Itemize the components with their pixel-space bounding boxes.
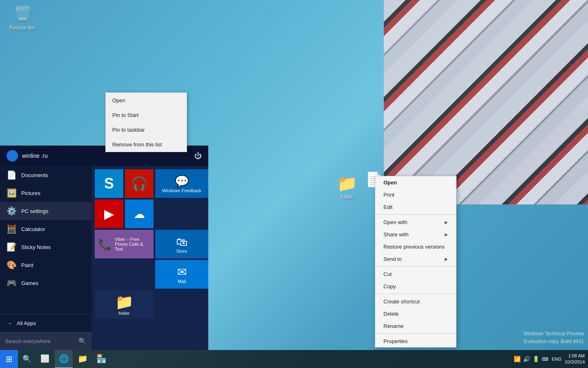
- username: winline .ru: [22, 153, 48, 159]
- recycle-bin-icon[interactable]: 🗑️ Recycle Bin: [8, 4, 37, 31]
- context-properties[interactable]: Properties: [375, 335, 456, 347]
- context-create-shortcut-label: Create shortcut: [383, 298, 420, 305]
- context-divider-1: [375, 214, 456, 215]
- settings-icon: ⚙️: [7, 206, 16, 216]
- games-label: Games: [21, 280, 38, 286]
- all-apps-label: All Apps: [17, 320, 36, 326]
- context-create-shortcut[interactable]: Create shortcut: [375, 295, 456, 307]
- context-rename-label: Rename: [383, 323, 403, 329]
- context-delete[interactable]: Delete: [375, 307, 456, 320]
- folder-tile-label: folder: [118, 311, 130, 316]
- keyboard-icon: ⌨: [542, 357, 548, 362]
- paint-icon: 🎨: [7, 260, 16, 270]
- sidebar-item-calculator[interactable]: 🧮 Calculator: [0, 220, 91, 238]
- start-search-bar[interactable]: 🔍: [0, 332, 91, 350]
- taskbar-explorer[interactable]: 📁: [74, 350, 91, 368]
- start-menu: 👤 winline .ru ⏻ 📄 Documents 🖼️ Pictures …: [0, 146, 208, 350]
- sidebar-item-pictures[interactable]: 🖼️ Pictures: [0, 184, 91, 202]
- search-input[interactable]: [5, 338, 78, 344]
- folder-label: folder: [341, 194, 353, 200]
- submenu-pin-to-taskbar[interactable]: Pin to taskbar: [106, 122, 187, 137]
- mail-label: Mail: [178, 279, 186, 284]
- start-app-list: 📄 Documents 🖼️ Pictures ⚙️ PC settings 🧮…: [0, 166, 91, 314]
- context-restore-label: Restore previous versions: [383, 244, 445, 250]
- folder-tile-icon: 📁: [115, 294, 134, 311]
- file-context-menu: Open Print Edit Open with ▶ Share with ▶…: [375, 176, 457, 348]
- context-divider-4: [375, 333, 456, 334]
- context-share-with[interactable]: Share with ▶: [375, 228, 456, 240]
- submenu-pin-taskbar-label: Pin to taskbar: [112, 127, 145, 133]
- context-open-with[interactable]: Open with ▶: [375, 216, 456, 228]
- clock-date: 10/3/2014: [565, 359, 585, 365]
- tile-headphones[interactable]: 🎧: [125, 169, 154, 198]
- open-with-arrow-icon: ▶: [445, 220, 448, 224]
- context-restore-previous[interactable]: Restore previous versions: [375, 240, 456, 253]
- sidebar-item-documents[interactable]: 📄 Documents: [0, 166, 91, 184]
- tile-mail[interactable]: ✉ Mail: [155, 260, 208, 289]
- documents-icon: 📄: [7, 170, 16, 180]
- submenu-open[interactable]: Open: [106, 93, 187, 108]
- context-print-label: Print: [383, 192, 394, 198]
- context-send-to[interactable]: Send to ▶: [375, 253, 456, 265]
- store-label: Store: [176, 249, 187, 254]
- language-indicator: ENG: [552, 357, 561, 361]
- taskbar-task-view[interactable]: ⬜: [36, 350, 54, 368]
- submenu-pin-to-start[interactable]: Pin to Start: [106, 108, 187, 122]
- context-open[interactable]: Open: [375, 176, 456, 188]
- context-copy[interactable]: Copy: [375, 280, 456, 292]
- task-view-icon: ⬜: [40, 354, 49, 363]
- games-icon: 🎮: [7, 278, 16, 288]
- context-print[interactable]: Print: [375, 188, 456, 201]
- network-icon[interactable]: 📶: [514, 356, 521, 362]
- win-preview-text: Windows Technical Preview Evaluation cop…: [523, 330, 584, 346]
- sidebar-item-games[interactable]: 🎮 Games: [0, 274, 91, 292]
- sidebar-item-pc-settings[interactable]: ⚙️ PC settings: [0, 202, 91, 220]
- share-with-arrow-icon: ▶: [445, 232, 448, 237]
- pc-settings-submenu: Open Pin to Start Pin to taskbar Remove …: [105, 92, 187, 152]
- context-delete-label: Delete: [383, 311, 399, 317]
- send-to-arrow-icon: ▶: [445, 257, 448, 261]
- context-cut[interactable]: Cut: [375, 268, 456, 280]
- battery-icon[interactable]: 🔋: [532, 356, 539, 362]
- submenu-remove-label: Remove from this list: [112, 141, 162, 148]
- tile-store[interactable]: 🛍 Store: [155, 230, 208, 258]
- sidebar-item-sticky-notes[interactable]: 📝 Sticky Notes: [0, 238, 91, 256]
- context-rename[interactable]: Rename: [375, 320, 456, 332]
- submenu-remove[interactable]: Remove from this list: [106, 137, 187, 152]
- mail-icon: ✉: [177, 265, 187, 279]
- sidebar-item-paint[interactable]: 🎨 Paint: [0, 256, 91, 274]
- pictures-icon: 🖼️: [7, 188, 16, 198]
- volume-icon[interactable]: 🔊: [523, 356, 530, 362]
- tile-folder[interactable]: 📁 folder: [95, 290, 154, 319]
- taskbar-search-button[interactable]: 🔍: [20, 352, 34, 366]
- taskbar-app-icons: ⬜ 🌐 📁 🏪: [36, 350, 110, 368]
- taskbar-store[interactable]: 🏪: [92, 350, 110, 368]
- submenu-open-label: Open: [112, 97, 125, 103]
- store-taskbar-icon: 🏪: [96, 354, 107, 364]
- tile-viber[interactable]: 📞 Viber – Free Phone Calls & Text: [95, 230, 154, 258]
- start-menu-body: 📄 Documents 🖼️ Pictures ⚙️ PC settings 🧮…: [0, 166, 208, 350]
- context-send-to-label: Send to: [383, 256, 402, 262]
- feedback-label: Windows Feedback: [162, 188, 201, 193]
- win-preview-line2: Evaluation copy. Build 9841: [523, 338, 584, 346]
- folder-graphic: 📁: [337, 174, 357, 193]
- tile-onedrive[interactable]: ☁: [125, 200, 154, 228]
- tile-skype[interactable]: S: [95, 169, 123, 198]
- tile-youtube[interactable]: ▶: [95, 200, 123, 228]
- all-apps-button[interactable]: → All Apps: [0, 314, 91, 332]
- power-button[interactable]: ⏻: [194, 152, 202, 160]
- tile-windows-feedback[interactable]: 💬 Windows Feedback: [155, 169, 208, 198]
- documents-label: Documents: [21, 172, 48, 178]
- pc-settings-label: PC settings: [21, 208, 48, 214]
- context-edit[interactable]: Edit: [375, 201, 456, 213]
- youtube-icon: ▶: [104, 206, 114, 222]
- context-open-label: Open: [383, 180, 397, 186]
- context-copy-label: Copy: [383, 283, 396, 289]
- onedrive-icon: ☁: [134, 207, 145, 221]
- taskbar-ie[interactable]: 🌐: [55, 350, 73, 368]
- start-button[interactable]: ⊞: [0, 350, 18, 368]
- context-divider-2: [375, 266, 456, 267]
- context-edit-label: Edit: [383, 204, 392, 210]
- recycle-bin-label: Recycle Bin: [9, 25, 35, 31]
- taskbar-clock: 1:08 AM 10/3/2014: [565, 353, 585, 366]
